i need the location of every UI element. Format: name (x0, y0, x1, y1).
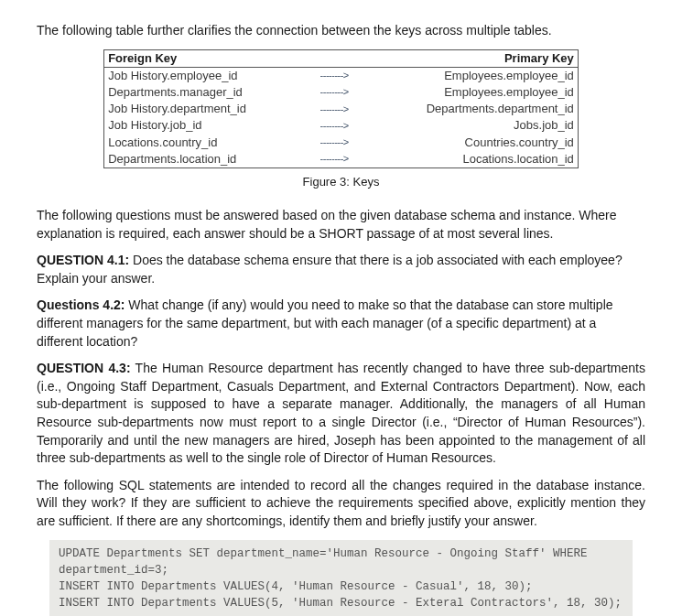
figure-caption: Figure 3: Keys (37, 174, 645, 190)
table-row: Departments.manager_id --------> Employe… (104, 84, 579, 101)
question-4-1: QUESTION 4.1: Does the database schema e… (37, 252, 645, 287)
arrow-cell: --------> (309, 151, 360, 168)
table-row: Job History.employee_id --------> Employ… (104, 67, 579, 84)
fk-cell: Job History.job_id (104, 117, 309, 134)
table-row: Locations.country_id --------> Countries… (104, 135, 579, 151)
header-pk: Primary Key (360, 49, 579, 67)
sql-code-block: UPDATE Departments SET department_name='… (49, 540, 633, 616)
fk-cell: Departments.location_id (104, 151, 309, 168)
q43-followup: The following SQL statements are intende… (37, 477, 645, 531)
intro-text: The following table further clarifies th… (37, 22, 645, 40)
q42-label: Questions 4.2: (37, 297, 124, 312)
q43-label: QUESTION 4.3: (37, 361, 131, 375)
q41-label: QUESTION 4.1: (37, 253, 129, 267)
fk-cell: Locations.country_id (104, 135, 309, 151)
fk-cell: Job History.employee_id (104, 67, 309, 84)
arrow-cell: --------> (309, 117, 360, 134)
header-fk: Foreign Key (104, 49, 309, 67)
q43-text: The Human Resource department has recent… (37, 361, 645, 465)
keys-table: Foreign Key Primary Key Job History.empl… (103, 49, 579, 168)
question-4-2: Questions 4.2: What change (if any) woul… (37, 297, 645, 351)
header-arrow (309, 49, 360, 67)
table-row: Departments.location_id --------> Locati… (104, 151, 579, 168)
arrow-cell: --------> (309, 84, 360, 101)
pk-cell: Employees.employee_id (360, 84, 579, 101)
fk-cell: Job History.department_id (104, 101, 309, 117)
pk-cell: Departments.department_id (360, 101, 579, 117)
arrow-cell: --------> (309, 67, 360, 84)
pk-cell: Jobs.job_id (360, 117, 579, 134)
table-row: Job History.job_id --------> Jobs.job_id (104, 117, 579, 134)
pk-cell: Locations.location_id (360, 151, 579, 168)
fk-cell: Departments.manager_id (104, 84, 309, 101)
pk-cell: Countries.country_id (360, 135, 579, 151)
table-row: Job History.department_id --------> Depa… (104, 101, 579, 117)
arrow-cell: --------> (309, 101, 360, 117)
arrow-cell: --------> (309, 135, 360, 151)
question-4-3: QUESTION 4.3: The Human Resource departm… (37, 360, 645, 468)
instructions-text: The following questions must be answered… (37, 207, 645, 243)
pk-cell: Employees.employee_id (360, 67, 579, 84)
